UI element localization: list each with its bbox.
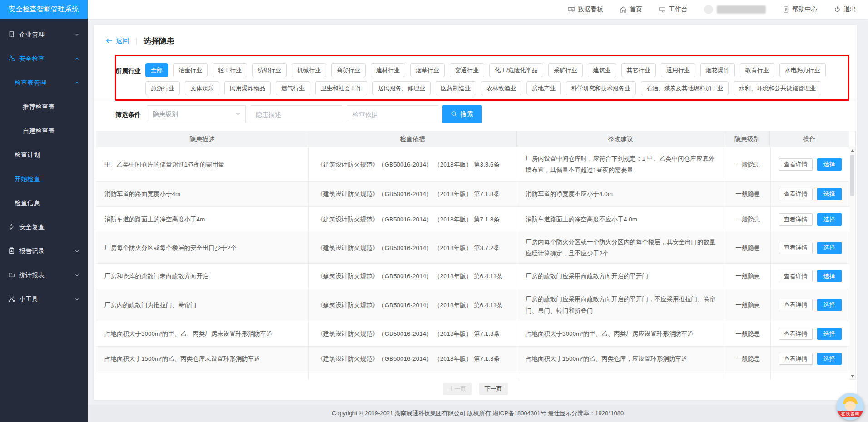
nav-workbench[interactable]: 工作台: [659, 5, 688, 14]
select-button[interactable]: 选择: [817, 188, 842, 200]
industry-tag[interactable]: 医药制造业: [436, 81, 476, 95]
sidebar-item-report-records[interactable]: 报告记录: [0, 239, 88, 263]
hazard-desc-input[interactable]: [250, 105, 342, 123]
industry-tag[interactable]: 教育行业: [740, 63, 774, 77]
industry-tag[interactable]: 采矿行业: [548, 63, 583, 77]
industry-tag[interactable]: 轻工行业: [213, 63, 247, 77]
industry-tag[interactable]: 纺织行业: [252, 63, 287, 77]
industry-tag[interactable]: 建筑业: [588, 63, 616, 77]
sidebar-item-statistics-reports[interactable]: 统计报表: [0, 263, 88, 287]
view-details-button[interactable]: 查看详情: [779, 242, 813, 254]
check-basis-input[interactable]: [347, 105, 439, 123]
page-title: 选择隐患: [144, 36, 174, 46]
industry-tag[interactable]: 房地产业: [526, 81, 561, 95]
cell-actions: 查看详情 选择: [771, 232, 850, 263]
sidebar-item-safety-inspection[interactable]: 安全检查: [0, 47, 88, 71]
industry-tag[interactable]: 商贸行业: [331, 63, 366, 77]
sidebar-item-start-inspection[interactable]: 开始检查: [0, 167, 88, 191]
select-button[interactable]: 选择: [817, 158, 842, 171]
select-button[interactable]: 选择: [817, 353, 842, 365]
nav-help-center[interactable]: 帮助中心: [782, 5, 818, 14]
industry-tag[interactable]: 文体娱乐: [185, 81, 219, 95]
user-avatar: [704, 5, 713, 14]
industry-tag-all[interactable]: 全部: [145, 63, 168, 77]
industry-tag[interactable]: 其它行业: [621, 63, 656, 77]
scroll-up-arrow-icon[interactable]: [851, 149, 854, 152]
industry-tag[interactable]: 居民服务、修理业: [372, 81, 431, 95]
industry-tag[interactable]: 卫生和社会工作: [315, 81, 367, 95]
select-button[interactable]: 选择: [817, 213, 842, 226]
nav-home[interactable]: 首页: [620, 5, 642, 14]
cell-actions: 查看详情 选择: [771, 182, 850, 206]
industry-tag[interactable]: 农林牧渔业: [481, 81, 521, 95]
industry-tag[interactable]: 石油、煤炭及其他燃料加工业: [641, 81, 729, 95]
industry-tag[interactable]: 通用行业: [661, 63, 695, 77]
sidebar-item-custom-checklist[interactable]: 自建检查表: [0, 119, 88, 143]
sidebar-item-small-tools[interactable]: 小工具: [0, 287, 88, 311]
cell-advice: 占地面积大于3000m²的甲、乙、丙类厂房应设置环形消防车道: [517, 321, 725, 346]
view-details-button[interactable]: 查看详情: [779, 299, 813, 311]
table-scrollbar[interactable]: [849, 147, 855, 379]
nav-logout[interactable]: 退出: [834, 5, 856, 14]
industry-tag[interactable]: 交通行业: [450, 63, 484, 77]
view-details-button[interactable]: 查看详情: [779, 328, 813, 340]
hazard-level-select[interactable]: 隐患级别: [147, 105, 246, 123]
scrollbar-thumb[interactable]: [850, 155, 854, 196]
industry-tag[interactable]: 冶金行业: [173, 63, 208, 77]
industry-tag[interactable]: 旅游行业: [145, 81, 180, 95]
scroll-down-arrow-icon[interactable]: [851, 375, 854, 378]
col-header-check-basis: 检查依据: [308, 131, 516, 147]
sidebar-label: 检查信息: [15, 199, 40, 207]
sidebar-label: 推荐检查表: [23, 103, 55, 111]
industry-tag[interactable]: 科学研究和技术服务业: [566, 81, 636, 95]
building-icon: [8, 31, 15, 39]
view-details-button[interactable]: 查看详情: [779, 270, 813, 282]
chevron-up-icon: [74, 79, 79, 87]
industry-tag[interactable]: 化工/危险化学品: [489, 63, 543, 77]
sidebar-item-enterprise-mgmt[interactable]: 企业管理: [0, 23, 88, 47]
industry-tag[interactable]: 民用爆炸物品: [224, 81, 271, 95]
industry-tag[interactable]: 燃气行业: [276, 81, 310, 95]
cell-level: 一般隐患: [725, 232, 771, 263]
cell-advice: 厂房的疏散门应采用向疏散方向开启的平开门，不应采用推拉门、卷帘门、吊门、转门和折…: [517, 289, 725, 321]
nav-data-dashboard[interactable]: 数据看板: [568, 5, 603, 14]
view-details-button[interactable]: 查看详情: [779, 158, 813, 171]
sidebar-item-inspection-info[interactable]: 检查信息: [0, 191, 88, 215]
select-button[interactable]: 选择: [817, 328, 842, 340]
next-page-button[interactable]: 下一页: [479, 383, 508, 395]
industry-tag[interactable]: 水利、环境和公共设施管理业: [734, 81, 821, 95]
sidebar-label: 安全检查: [19, 55, 45, 63]
user-account[interactable]: [704, 5, 766, 14]
view-details-button[interactable]: 查看详情: [779, 188, 813, 200]
sidebar-item-recommended-checklist[interactable]: 推荐检查表: [0, 95, 88, 119]
back-button[interactable]: 返回: [106, 37, 129, 45]
industry-tag[interactable]: 烟草行业: [410, 63, 445, 77]
chevron-down-icon: [74, 296, 79, 303]
industry-tag[interactable]: 建材行业: [371, 63, 405, 77]
online-consult-badge[interactable]: 在线咨询: [837, 393, 864, 420]
cell-advice: 厂房内设置中间仓库时，应符合下列规定：1 甲、乙类中间仓库应靠外墙布置，其储量不…: [517, 147, 725, 181]
sidebar-label: 统计报表: [19, 271, 45, 280]
sidebar-item-safety-recheck[interactable]: 安全复查: [0, 215, 88, 239]
industry-tag[interactable]: 烟花爆竹: [700, 63, 735, 77]
cell-check-basis: 《建筑设计防火规范》（GB50016-2014） （2018年版） 第7.1.8…: [309, 182, 517, 206]
select-button[interactable]: 选择: [817, 299, 842, 311]
hazard-level-select-value: 隐患级别: [153, 110, 178, 118]
chevron-down-icon: [74, 248, 79, 255]
cell-check-basis: 《建筑设计防火规范》（GB50016-2014） （2018年版） 第7.1.8…: [309, 207, 517, 232]
view-details-button[interactable]: 查看详情: [779, 353, 813, 365]
industry-tag[interactable]: 水电热力行业: [779, 63, 826, 77]
sidebar-item-checklist-mgmt[interactable]: 检查表管理: [0, 71, 88, 95]
pagination: 上一页 下一页: [94, 383, 857, 395]
select-button[interactable]: 选择: [817, 242, 842, 254]
sidebar-item-inspection-plan[interactable]: 检查计划: [0, 143, 88, 167]
app-title: 安全检查智能管理系统: [9, 5, 79, 14]
nav-help-label: 帮助中心: [792, 5, 818, 14]
cell-hazard-desc: 消防车道的路面宽度小于4m: [96, 182, 309, 206]
select-button[interactable]: 选择: [817, 270, 842, 282]
monitor-icon: [659, 6, 666, 13]
industry-tag[interactable]: 机械行业: [292, 63, 326, 77]
prev-page-button[interactable]: 上一页: [443, 383, 472, 395]
view-details-button[interactable]: 查看详情: [779, 213, 813, 226]
search-button[interactable]: 搜索: [442, 105, 482, 123]
